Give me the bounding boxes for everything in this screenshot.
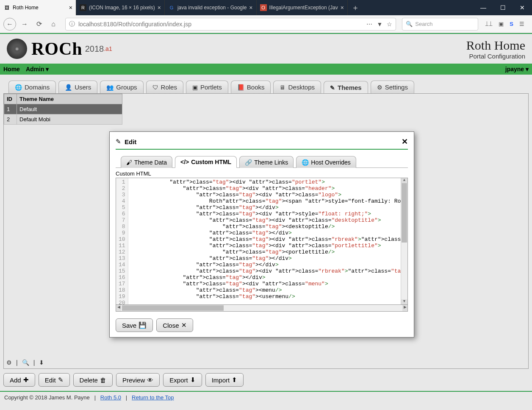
tab-domains[interactable]: 🌐Domains [8, 81, 56, 93]
forward-button[interactable]: → [19, 18, 30, 30]
edit-icon: ✎ [116, 138, 121, 145]
brand-text: ROCh [31, 39, 83, 59]
portlet-icon: ▣ [192, 84, 198, 91]
search-icon[interactable]: 🔍 [22, 359, 29, 366]
menubar: Home Admin ▾ jpayne ▾ [0, 64, 532, 75]
delete-button[interactable]: Delete🗑 [73, 373, 113, 387]
save-button[interactable]: Save💾 [116, 318, 153, 332]
library-icon[interactable]: ⟘⟘ [485, 21, 493, 28]
tab-roles[interactable]: 🛡Roles [146, 81, 183, 93]
brush-icon: 🖌 [126, 159, 132, 166]
close-icon[interactable]: × [158, 4, 161, 11]
logo-seal-icon: ✲ [7, 39, 27, 59]
scroll-thumb[interactable] [402, 183, 407, 243]
bookmark-icon[interactable]: ☆ [387, 21, 392, 28]
tab-theme-links[interactable]: 🔗Theme Links [239, 156, 294, 168]
back-button[interactable]: ← [3, 18, 16, 31]
minimize-button[interactable]: — [474, 0, 493, 15]
tab-users[interactable]: 👤Users [58, 81, 97, 93]
shield-icon[interactable]: ▼ [377, 21, 382, 28]
copyright: Copyright © 2018 James M. Payne [4, 394, 90, 401]
gear-icon: ⚙ [377, 84, 382, 91]
scroll-thumb[interactable] [122, 305, 224, 311]
scroll-down-icon[interactable]: ▼ [401, 299, 407, 304]
url-bar[interactable]: ⓘ localhost:8180/Roth/configuration/inde… [65, 18, 396, 31]
home-button[interactable]: ⌂ [47, 18, 59, 30]
preview-button[interactable]: Preview👁 [116, 373, 160, 387]
book-icon: 📕 [237, 84, 244, 91]
eye-icon: 👁 [147, 377, 153, 384]
favicon-icon: R [80, 4, 86, 11]
page-header: ✲ ROCh 2018 .a1 Roth Home Portal Configu… [0, 34, 532, 64]
tab-books[interactable]: 📕Books [231, 81, 271, 93]
vertical-scrollbar[interactable]: ▲ ▼ [401, 178, 407, 304]
close-icon[interactable]: × [249, 4, 252, 11]
gear-icon[interactable]: ⚙ [6, 359, 12, 366]
edit-button[interactable]: Edit✎ [39, 373, 70, 387]
tab-theme-data[interactable]: 🖌Theme Data [121, 156, 172, 168]
search-box[interactable]: 🔍 Search [402, 18, 478, 31]
code-editor[interactable]: 1 2 3 4 5 6 7 8 9 10 11 12 13 14 15 16 1… [116, 178, 408, 305]
edit-modal: ✎ Edit ✕ 🖌Theme Data </>Custom HTML 🔗The… [109, 131, 414, 337]
page-title: Roth Home [466, 38, 525, 53]
scroll-right-icon[interactable]: ▶ [402, 305, 407, 311]
browser-tab-2[interactable]: G java invalid exception - Google × [165, 0, 257, 15]
code-icon: </> [180, 159, 189, 165]
close-window-button[interactable]: ✕ [513, 0, 532, 15]
add-button[interactable]: Add✚ [3, 373, 35, 387]
close-icon[interactable]: × [69, 4, 72, 11]
tab-desktops[interactable]: 🖥Desktops [273, 81, 321, 93]
reload-button[interactable]: ⟳ [33, 18, 45, 30]
maximize-button[interactable]: ☐ [493, 0, 513, 15]
more-icon[interactable]: ⋯ [366, 21, 372, 28]
scroll-up-icon[interactable]: ▲ [401, 178, 407, 183]
menu-icon[interactable]: ☰ [519, 21, 524, 27]
scroll-left-icon[interactable]: ◀ [116, 305, 121, 311]
menu-admin[interactable]: Admin ▾ [26, 66, 49, 73]
link-icon: 🔗 [245, 159, 252, 166]
export-icon: ⬇ [190, 376, 196, 384]
sync-icon[interactable]: S [510, 21, 513, 27]
section-label: Custom HTML [116, 170, 408, 177]
tab-title: IllegalArgumentException (Jav [269, 5, 338, 11]
tab-portlets[interactable]: ▣Portlets [186, 81, 228, 93]
browser-tab-1[interactable]: R (ICON Image, 16 × 16 pixels) × [76, 0, 165, 15]
footer-link-top[interactable]: Return to the Top [132, 394, 174, 401]
brand-alpha: .a1 [104, 45, 112, 52]
tab-settings[interactable]: ⚙Settings [371, 81, 414, 93]
tab-groups[interactable]: 👥Groups [100, 81, 143, 93]
tab-title: (ICON Image, 16 × 16 pixels) [89, 5, 155, 11]
horizontal-scrollbar[interactable]: ◀ ▶ [116, 305, 408, 312]
pencil-icon: ✎ [330, 84, 335, 91]
table-row[interactable]: 1 Default [4, 104, 122, 114]
close-icon: ✕ [181, 321, 187, 329]
modal-close-button[interactable]: ✕ [402, 137, 408, 146]
download-icon[interactable]: ⬇ [39, 359, 44, 366]
tab-themes[interactable]: ✎Themes [324, 81, 368, 94]
import-button[interactable]: Import⬆ [205, 373, 244, 387]
new-tab-button[interactable]: ＋ [348, 0, 363, 15]
close-icon[interactable]: × [341, 4, 344, 11]
sidebar-icon[interactable]: ▣ [499, 21, 504, 27]
close-button[interactable]: Close✕ [156, 318, 193, 332]
save-icon: 💾 [139, 321, 147, 329]
user-menu[interactable]: jpayne ▾ [505, 66, 529, 73]
table-row[interactable]: 2 Default Mobi [4, 114, 122, 125]
globe-icon: 🌐 [302, 159, 309, 166]
trash-icon: 🗑 [100, 377, 106, 384]
footer-link-version[interactable]: Roth 5.0 [100, 394, 121, 401]
desktop-icon: 🖥 [280, 84, 285, 91]
export-button[interactable]: Export⬇ [163, 373, 202, 387]
tab-host-overrides[interactable]: 🌐Host Overrides [296, 156, 356, 168]
th-id: ID [4, 94, 17, 104]
tab-custom-html[interactable]: </>Custom HTML [175, 156, 237, 168]
page-footer: Copyright © 2018 James M. Payne | Roth 5… [0, 391, 532, 403]
panel-footer-icons: ⚙| 🔍| ⬇ [6, 359, 44, 366]
theme-table: ID Theme Name 1 Default 2 Default Mobi [4, 94, 122, 125]
tab-title: Roth Home [13, 5, 66, 11]
browser-tab-0[interactable]: 🖼 Roth Home × [0, 0, 76, 15]
tab-title: java invalid exception - Google [177, 5, 247, 11]
browser-tab-3[interactable]: O IllegalArgumentException (Jav × [257, 0, 348, 15]
menu-home[interactable]: Home [3, 66, 20, 73]
code-content[interactable]: "attr">class="tag"><div "attr">class="po… [128, 178, 401, 304]
